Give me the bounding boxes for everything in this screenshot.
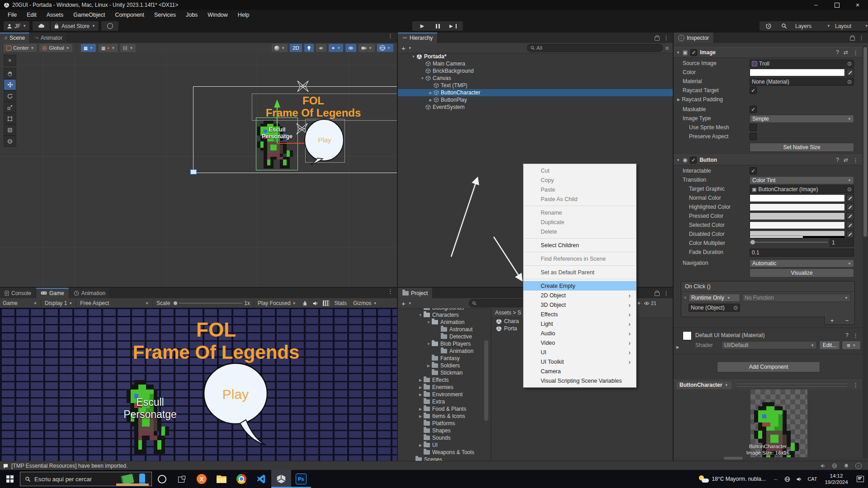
shader-edit-button[interactable]: Edit...	[819, 341, 840, 350]
expand-arrow[interactable]: ▶	[428, 98, 434, 102]
menu-item[interactable]: Assets	[42, 10, 69, 20]
mute-audio-button[interactable]	[310, 300, 321, 306]
hierarchy-search-input[interactable]: All	[527, 44, 663, 52]
context-menu-item[interactable]: UI Toolkit ›	[524, 357, 636, 366]
material-menu-icon[interactable]: ⋮	[853, 332, 859, 339]
grid-snap-toggle[interactable]: ▦▼	[81, 44, 96, 52]
hidden-packages-toggle[interactable]: 21	[644, 300, 656, 306]
tray-network[interactable]	[781, 470, 793, 488]
search-by-type-icon[interactable]	[637, 301, 641, 305]
rotate-tool[interactable]	[4, 90, 16, 102]
project-folder-row[interactable]: Detective	[398, 333, 484, 340]
display-target-dropdown[interactable]: Display 1▼	[41, 300, 76, 306]
transform-tool[interactable]	[4, 124, 16, 136]
game-play-label[interactable]: Play	[213, 387, 258, 402]
close-button[interactable]: ×	[847, 0, 868, 10]
progress-icon[interactable]: ✓	[855, 463, 862, 469]
shader-dropdown[interactable]: UI/Default▼	[722, 341, 817, 349]
preview-menu-icon[interactable]: ⋮	[853, 382, 862, 389]
scene-lighting-toggle[interactable]	[304, 44, 314, 52]
object-picker-icon[interactable]: ⊙	[847, 61, 852, 67]
project-folder-row[interactable]: ▶ Food & Plants	[398, 405, 484, 413]
context-menu-item[interactable]: Select Children	[524, 240, 636, 250]
menu-item[interactable]: GameObject	[68, 10, 110, 20]
taskbar-unity-active[interactable]	[271, 470, 291, 488]
mute-icon[interactable]	[820, 463, 826, 469]
record-button[interactable]	[101, 21, 118, 31]
network-icon[interactable]	[832, 463, 837, 469]
context-menu-item[interactable]	[524, 265, 635, 266]
context-menu-item[interactable]: Create Empty	[524, 281, 636, 291]
project-folder-row[interactable]: Fantasy	[398, 355, 484, 362]
project-folder-row[interactable]: Shapes	[398, 427, 484, 434]
eyedropper-icon[interactable]	[846, 203, 854, 211]
menu-item[interactable]: Edit	[22, 10, 42, 20]
expand-arrow[interactable]: ▶	[426, 364, 431, 368]
project-folder-row[interactable]: Platforms	[398, 420, 484, 427]
add-component-button[interactable]: Add Component	[717, 361, 820, 372]
context-menu-item[interactable]	[524, 279, 635, 279]
context-menu-item[interactable]	[524, 206, 635, 206]
menu-item[interactable]: Window	[203, 10, 232, 20]
material-options-button[interactable]: ≣▼	[842, 341, 861, 350]
taskbar-search-input[interactable]: Escriu aquí per cercar	[20, 472, 152, 486]
tab-project[interactable]: Project	[398, 288, 433, 298]
image-type-dropdown[interactable]: Simple▼	[750, 115, 854, 123]
material-preview-swatch[interactable]	[683, 331, 692, 340]
color-swatch[interactable]	[750, 69, 845, 76]
gizmos-dropdown[interactable]: ▼	[377, 44, 393, 52]
project-folder-row[interactable]: Extra	[398, 398, 484, 405]
expand-arrow[interactable]: ▶	[428, 91, 434, 95]
object-picker-icon[interactable]: ⊙	[847, 79, 852, 85]
project-folder-row[interactable]: Sounds	[398, 434, 484, 441]
event-object-field[interactable]: None (Object)⊙	[689, 304, 740, 312]
canvas-handle[interactable]	[190, 169, 197, 174]
help-icon[interactable]: ?	[836, 49, 839, 56]
bell-icon[interactable]	[844, 463, 849, 469]
scene-tab-menu-icon[interactable]: ⋮	[387, 33, 397, 43]
scene-visibility-toggle[interactable]	[345, 44, 356, 52]
context-menu-item[interactable]: Rename	[524, 208, 636, 217]
inspector-scrollbar[interactable]	[863, 45, 868, 459]
tab-inspector[interactable]: i Inspector	[674, 33, 714, 43]
context-menu-item[interactable]: Video ›	[524, 338, 636, 347]
column-options-icon[interactable]: ≣	[665, 46, 669, 51]
foldout-arrow[interactable]: ▼	[676, 51, 680, 55]
asset-store-button[interactable]: Asset Store▼	[51, 21, 99, 31]
project-folder-row[interactable]: ▶ Environment	[398, 391, 484, 398]
scale-tool[interactable]	[4, 102, 16, 113]
camera-settings-dropdown[interactable]: ▼	[359, 44, 375, 52]
image-enabled-checkbox[interactable]: ✓	[690, 49, 697, 56]
project-folder-row[interactable]: ▼ Animation	[398, 319, 484, 326]
hierarchy-row[interactable]: BrickBackground	[398, 67, 673, 75]
expand-arrow[interactable]: ▶	[418, 393, 423, 397]
foldout-arrow[interactable]: ▶	[677, 98, 680, 102]
normal-color-swatch[interactable]	[750, 194, 845, 202]
tray-volume[interactable]	[793, 470, 805, 488]
tab-game[interactable]: Game	[36, 288, 69, 298]
lock-icon[interactable]	[655, 37, 660, 41]
menu-item[interactable]: Help	[233, 10, 255, 20]
cloud-button[interactable]	[33, 21, 50, 31]
task-view-button[interactable]	[172, 470, 192, 488]
help-icon[interactable]: ?	[845, 332, 849, 339]
context-menu-item[interactable]	[524, 252, 635, 252]
source-image-field[interactable]: Troll ⊙	[750, 60, 854, 68]
menu-item[interactable]: Component	[110, 10, 149, 20]
maskable-checkbox[interactable]: ✓	[750, 106, 757, 113]
pressed-color-swatch[interactable]	[750, 212, 845, 220]
step-button[interactable]: ▶	[443, 21, 463, 31]
event-mode-dropdown[interactable]: Runtime Only▼	[689, 294, 740, 302]
expand-arrow[interactable]: ▼	[418, 313, 423, 317]
project-folder-row[interactable]: ▼ Characters	[398, 311, 484, 319]
menu-item[interactable]: File	[3, 10, 22, 20]
hierarchy-row[interactable]: Text (TMP)	[398, 82, 673, 89]
button-enabled-checkbox[interactable]: ✓	[690, 157, 697, 164]
custom-tool[interactable]	[4, 136, 16, 147]
tab-animation[interactable]: Animation	[69, 288, 110, 298]
tab-hierarchy[interactable]: ≔ Hierarchy	[398, 33, 438, 43]
play-focused-dropdown[interactable]: Play Focused▼	[254, 300, 300, 306]
minimize-button[interactable]: ─	[806, 0, 826, 10]
expand-arrow[interactable]: ▼	[426, 320, 431, 324]
raycast-target-checkbox[interactable]: ✓	[750, 87, 757, 94]
